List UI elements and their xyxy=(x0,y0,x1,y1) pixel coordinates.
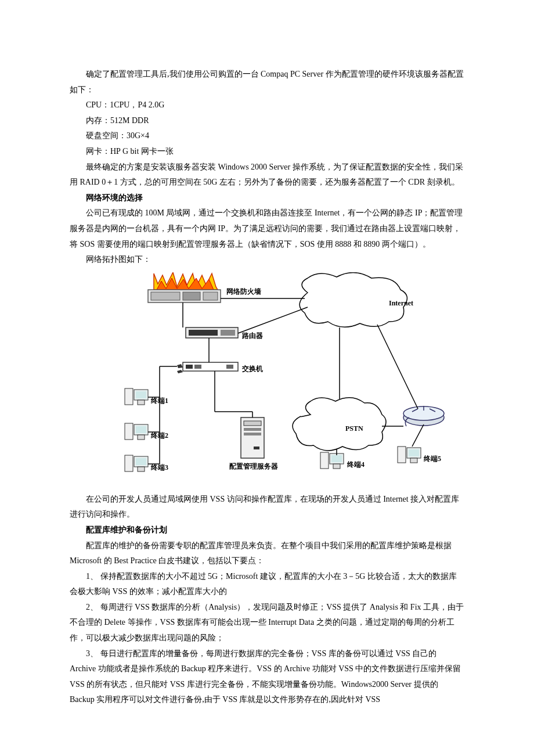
svg-rect-19 xyxy=(134,390,148,400)
svg-rect-31 xyxy=(330,453,344,464)
svg-rect-33 xyxy=(333,464,340,469)
svg-rect-26 xyxy=(125,455,133,471)
svg-rect-32 xyxy=(331,455,342,462)
svg-rect-13 xyxy=(241,417,264,458)
svg-rect-21 xyxy=(138,400,145,405)
svg-rect-17 xyxy=(254,447,259,449)
svg-rect-37 xyxy=(410,458,417,463)
svg-rect-1 xyxy=(151,292,180,300)
svg-rect-36 xyxy=(409,449,419,456)
svg-rect-30 xyxy=(320,452,329,469)
spec-disk: 硬盘空间：30G×4 xyxy=(70,128,464,144)
svg-rect-5 xyxy=(189,330,218,336)
label-pstn: PSTN xyxy=(345,422,363,435)
label-term3: 终端3 xyxy=(151,461,168,474)
svg-marker-12 xyxy=(177,370,183,373)
spec-nic: 网卡：HP G bit 网卡一张 xyxy=(70,144,464,160)
svg-rect-15 xyxy=(244,428,261,431)
svg-rect-10 xyxy=(226,365,233,369)
label-internet: Internet xyxy=(389,297,413,310)
svg-rect-6 xyxy=(221,330,235,336)
svg-rect-9 xyxy=(194,365,201,369)
paragraph-hardware-intro: 确定了配置管理工具后,我们使用公司购置的一台 Compaq PC Server … xyxy=(70,67,464,98)
svg-rect-14 xyxy=(244,421,261,426)
label-config-server: 配置管理服务器 xyxy=(229,460,278,473)
label-term5: 终端5 xyxy=(424,452,441,466)
network-topology-diagram: 网络防火墙 路由器 交换机 Internet PSTN 配置管理服务器 终端1 … xyxy=(110,272,459,487)
svg-rect-24 xyxy=(136,426,146,433)
paragraph-network: 公司已有现成的 100M 局域网，通过一个交换机和路由器连接至 Internet… xyxy=(70,206,464,252)
svg-rect-3 xyxy=(203,292,218,300)
label-term4: 终端4 xyxy=(347,458,365,471)
list-item-2: 2、 每周进行 VSS 数据库的分析（Analysis），发现问题及时修正；VS… xyxy=(70,600,464,646)
paragraph-dev-access: 在公司的开发人员通过局域网使用 VSS 访问和操作配置库，在现场的开发人员通过 … xyxy=(70,492,464,523)
svg-rect-34 xyxy=(398,447,406,463)
list-item-3: 3、 每日进行配置库的增量备份，每周进行数据库的完全备份；VSS 库的备份可以通… xyxy=(70,646,464,708)
heading-backup-plan: 配置库维护和备份计划 xyxy=(70,523,464,538)
paragraph-os-raid: 最终确定的方案是安装该服务器安装 Windows 2000 Server 操作系… xyxy=(70,160,464,190)
svg-line-52 xyxy=(377,325,418,409)
svg-rect-28 xyxy=(136,458,146,465)
svg-point-39 xyxy=(403,406,444,420)
paragraph-topology-intro: 网络拓扑图如下： xyxy=(70,252,464,268)
svg-rect-4 xyxy=(186,327,238,338)
svg-rect-0 xyxy=(148,290,221,303)
svg-point-38 xyxy=(403,409,444,426)
svg-rect-16 xyxy=(244,433,261,435)
list-item-1: 1、 保持配置数据库的大小不超过 5G；Microsoft 建议，配置库的大小在… xyxy=(70,569,464,600)
label-router: 路由器 xyxy=(242,329,263,343)
svg-rect-29 xyxy=(138,467,145,471)
paragraph-backup-intro: 配置库的维护的备份需要专职的配置库管理员来负责。在整个项目中我们采用的配置库维护… xyxy=(70,538,464,569)
heading-network-env: 网络环境的选择 xyxy=(70,190,464,206)
svg-rect-7 xyxy=(183,362,238,371)
svg-rect-20 xyxy=(136,391,146,398)
svg-rect-2 xyxy=(183,292,200,300)
label-term1: 终端1 xyxy=(151,394,168,408)
svg-line-56 xyxy=(412,424,424,447)
svg-rect-18 xyxy=(125,388,133,405)
label-firewall: 网络防火墙 xyxy=(226,285,261,298)
svg-marker-11 xyxy=(177,364,183,368)
svg-rect-8 xyxy=(186,365,193,369)
label-switch: 交换机 xyxy=(242,362,263,376)
spec-memory: 内存：512M DDR xyxy=(70,113,464,129)
svg-rect-27 xyxy=(134,456,148,467)
svg-rect-25 xyxy=(138,435,145,440)
spec-cpu: CPU：1CPU，P4 2.0G xyxy=(70,98,464,113)
svg-rect-35 xyxy=(407,448,421,458)
svg-rect-22 xyxy=(125,423,133,440)
svg-rect-23 xyxy=(134,424,148,435)
label-term2: 终端2 xyxy=(151,429,168,442)
